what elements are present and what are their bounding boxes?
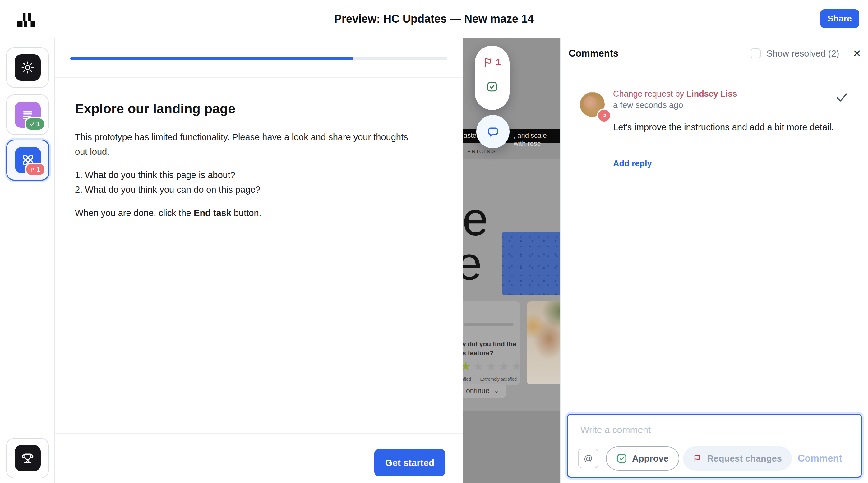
prototype-tile: 1 bbox=[15, 147, 41, 173]
change-request-avatar-badge bbox=[597, 108, 611, 123]
request-changes-button[interactable]: Request changes bbox=[683, 446, 792, 471]
show-resolved-label[interactable]: Show resolved (2) bbox=[766, 49, 839, 59]
star-icon: ★ bbox=[463, 360, 471, 372]
welcome-tile bbox=[14, 54, 41, 80]
topbar: Preview: HC Updates — New maze 14 Share bbox=[0, 0, 868, 38]
star-icon: ★ bbox=[486, 360, 497, 372]
questions-tile: 1 bbox=[14, 102, 41, 128]
star-rating-labels: isfied Extremely satisfied bbox=[463, 377, 517, 382]
hero-letter: e bbox=[463, 196, 488, 243]
approve-button[interactable]: Approve bbox=[606, 446, 679, 471]
comments-title: Comments bbox=[569, 48, 618, 59]
share-button[interactable]: Share bbox=[820, 9, 859, 28]
composer-controls: @ Approve Request changes bbox=[568, 446, 861, 471]
crowd-photo bbox=[502, 231, 560, 295]
star-icon: ★ bbox=[498, 360, 509, 372]
page-title: Preview: HC Updates — New maze 14 bbox=[0, 12, 868, 26]
blocks-sidebar: 1 bbox=[0, 38, 55, 483]
prototype-preview: aster , and scale with rese PRICING e e … bbox=[463, 38, 560, 483]
comments-header: Comments Show resolved (2) ✕ bbox=[561, 38, 868, 69]
check-icon bbox=[30, 122, 34, 127]
task-heading: Explore our landing page bbox=[75, 101, 426, 116]
divider bbox=[568, 404, 862, 405]
get-started-button[interactable]: Get started bbox=[374, 449, 445, 476]
comment-mode-button[interactable] bbox=[476, 115, 509, 148]
comment-body: Let's improve the instructions and add a… bbox=[613, 120, 834, 135]
task-question-1: 1. What do you think this page is about? bbox=[75, 168, 426, 183]
task-content: Explore our landing page This prototype … bbox=[75, 101, 426, 229]
check-square-icon bbox=[617, 453, 627, 464]
resolve-comment-button[interactable] bbox=[836, 92, 848, 104]
pricing-nav-label: PRICING bbox=[467, 149, 497, 155]
check-square-icon bbox=[487, 81, 498, 92]
comment-input[interactable] bbox=[580, 424, 848, 447]
sidebar-item-welcome[interactable] bbox=[6, 47, 49, 88]
approve-button-label: Approve bbox=[632, 453, 669, 464]
approved-badge-count: 1 bbox=[36, 120, 40, 128]
flag-icon bbox=[484, 57, 493, 67]
progress-bar bbox=[70, 57, 447, 60]
thank-you-tile bbox=[14, 445, 41, 471]
change-request-badge-count: 1 bbox=[36, 165, 40, 173]
trophy-icon bbox=[21, 451, 35, 465]
sun-icon bbox=[21, 61, 34, 74]
sidebar-item-thank-you[interactable] bbox=[6, 438, 49, 478]
sidebar-item-prototype[interactable]: 1 bbox=[6, 139, 50, 181]
star-icon: ★ bbox=[511, 360, 522, 372]
task-footer: When you are done, click the End task bu… bbox=[75, 206, 420, 220]
maze-preview-app: Preview: HC Updates — New maze 14 Share bbox=[0, 0, 868, 483]
mention-button[interactable]: @ bbox=[578, 449, 598, 469]
divider bbox=[55, 77, 463, 78]
flag-count: 1 bbox=[496, 57, 501, 67]
app-body: 1 bbox=[0, 38, 868, 483]
check-icon bbox=[836, 92, 848, 103]
comments-panel: Comments Show resolved (2) ✕ Change requ… bbox=[560, 38, 868, 483]
task-panel: Explore our landing page This prototype … bbox=[55, 38, 463, 483]
show-resolved-checkbox[interactable] bbox=[751, 49, 761, 58]
divider bbox=[55, 433, 463, 433]
progress-bar-fill bbox=[70, 57, 353, 60]
banner-text-right: , and scale with rese bbox=[514, 131, 560, 148]
flag-icon bbox=[693, 454, 702, 463]
study-question: y did you find the s feature? bbox=[463, 340, 516, 357]
chevron-down-icon: ⌄ bbox=[494, 387, 499, 394]
flag-count-button[interactable]: 1 bbox=[484, 57, 501, 67]
comment-bubble-icon bbox=[486, 125, 500, 139]
sidebar-item-questions[interactable]: 1 bbox=[6, 95, 49, 135]
continue-button: ontinue ⌄ bbox=[463, 384, 506, 398]
task-question-2: 2. What do you think you can do on this … bbox=[75, 183, 426, 197]
comment-timestamp: a few seconds ago bbox=[613, 100, 683, 110]
hero-letter: e bbox=[463, 240, 482, 287]
task-intro: This prototype has limited functionality… bbox=[75, 130, 420, 159]
star-rating: ★ ★ ★ ★ ★ bbox=[463, 360, 522, 372]
request-changes-label: Request changes bbox=[707, 453, 782, 464]
comment-composer: @ Approve Request changes bbox=[567, 414, 862, 478]
comment-submit-button[interactable]: Comment bbox=[796, 453, 844, 464]
change-request-badge: 1 bbox=[25, 163, 45, 176]
review-actions-pill: 1 bbox=[475, 46, 509, 110]
star-icon: ★ bbox=[473, 360, 484, 372]
comment-author: Lindsey Liss bbox=[686, 89, 737, 99]
flag-icon bbox=[601, 113, 607, 119]
approve-toggle-button[interactable] bbox=[487, 81, 498, 94]
study-rating-card: y did you find the s feature? ★ ★ ★ ★ ★ … bbox=[463, 301, 520, 385]
add-reply-link[interactable]: Add reply bbox=[613, 159, 652, 168]
close-icon[interactable]: ✕ bbox=[853, 49, 861, 58]
flag-icon bbox=[30, 167, 35, 172]
portrait-photo bbox=[527, 301, 560, 384]
approved-badge: 1 bbox=[25, 117, 45, 131]
prototype-lower-section bbox=[463, 411, 560, 483]
study-progress-line bbox=[464, 323, 514, 326]
comment-meta: Change request by Lindsey Liss bbox=[613, 89, 737, 99]
